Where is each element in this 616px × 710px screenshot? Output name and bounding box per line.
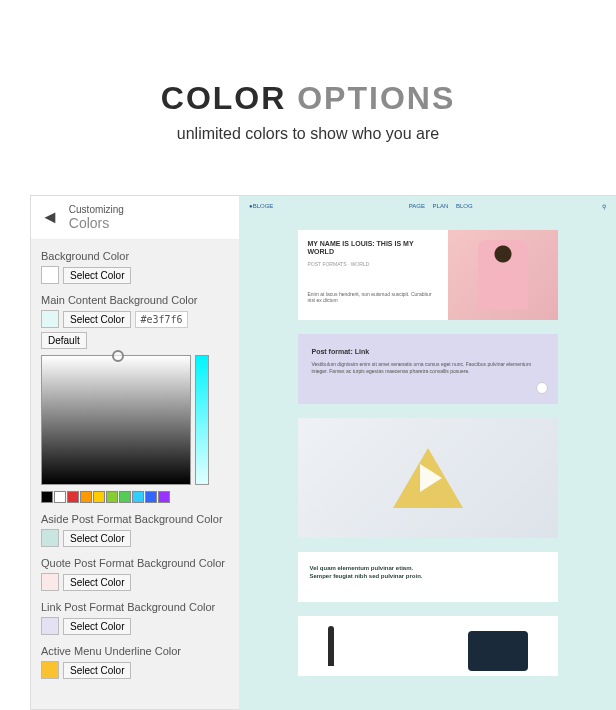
hero-subtitle: unlimited colors to show who you are — [0, 125, 616, 143]
card-image — [448, 230, 558, 320]
color-swatch[interactable] — [41, 266, 59, 284]
palette-row — [41, 491, 229, 503]
palette-swatch[interactable] — [145, 491, 157, 503]
field-background-color: Background Color Select Color — [41, 250, 229, 284]
hero-title: COLOR OPTIONS — [0, 80, 616, 117]
card-title: MY NAME IS LOUIS: THIS IS MY WORLD — [308, 240, 438, 257]
panel-header: ◄ Customizing Colors — [31, 196, 239, 240]
field-label: Main Content Background Color — [41, 294, 229, 306]
color-picker — [41, 355, 229, 485]
select-color-button[interactable]: Select Color — [63, 662, 131, 679]
select-color-button[interactable]: Select Color — [63, 311, 131, 328]
palette-swatch[interactable] — [119, 491, 131, 503]
color-swatch[interactable] — [41, 529, 59, 547]
field-active-underline: Active Menu Underline Color Select Color — [41, 645, 229, 679]
notebook-icon — [468, 631, 528, 671]
search-icon[interactable]: ⚲ — [602, 203, 606, 210]
palette-swatch[interactable] — [67, 491, 79, 503]
customizer-panel: ◄ Customizing Colors Background Color Se… — [30, 195, 240, 710]
color-swatch[interactable] — [41, 661, 59, 679]
site-preview: ●BLOGE PAGE PLAN BLOG ⚲ MY NAME IS LOUIS… — [239, 195, 616, 710]
field-label: Active Menu Underline Color — [41, 645, 229, 657]
demo-area: ◄ Customizing Colors Background Color Se… — [30, 195, 616, 710]
field-label: Background Color — [41, 250, 229, 262]
preview-card-link: Post format: Link Vestibulum dignissim e… — [298, 334, 558, 404]
saturation-gradient[interactable] — [41, 355, 191, 485]
field-quote-bg: Quote Post Format Background Color Selec… — [41, 557, 229, 591]
hue-slider[interactable] — [195, 355, 209, 485]
field-label: Link Post Format Background Color — [41, 601, 229, 613]
color-swatch[interactable] — [41, 617, 59, 635]
person-figure-icon — [478, 240, 528, 310]
pen-icon — [328, 626, 334, 666]
nav-item[interactable]: PAGE — [409, 203, 425, 209]
palette-swatch[interactable] — [158, 491, 170, 503]
palette-swatch[interactable] — [106, 491, 118, 503]
select-color-button[interactable]: Select Color — [63, 574, 131, 591]
panel-body: Background Color Select Color Main Conte… — [31, 240, 239, 699]
palette-swatch[interactable] — [93, 491, 105, 503]
preview-nav: ●BLOGE PAGE PLAN BLOG ⚲ — [239, 196, 616, 216]
palette-swatch[interactable] — [80, 491, 92, 503]
preview-card-flatlay — [298, 616, 558, 676]
card-meta: POST FORMATS · WORLD — [308, 261, 438, 267]
palette-swatch[interactable] — [41, 491, 53, 503]
palette-swatch[interactable] — [132, 491, 144, 503]
field-link-bg: Link Post Format Background Color Select… — [41, 601, 229, 635]
card-body: Enim at lacus hendrerit, non euismod sus… — [308, 287, 438, 304]
breadcrumb: Customizing Colors — [69, 204, 124, 231]
color-swatch[interactable] — [41, 310, 59, 328]
nav-item[interactable]: BLOG — [456, 203, 473, 209]
link-icon — [536, 382, 548, 394]
field-label: Aside Post Format Background Color — [41, 513, 229, 525]
field-main-content-bg: Main Content Background Color Select Col… — [41, 294, 229, 503]
hex-input[interactable]: #e3f7f6 — [135, 311, 187, 328]
card-body: Vestibulum dignissim enim sit amet venen… — [312, 361, 544, 375]
preview-card-quote: Vel quam elementum pulvinar etiam. Sempe… — [298, 552, 558, 602]
quote-line: Semper feugiat nibh sed pulvinar proin. — [310, 572, 546, 580]
preview-card-video — [298, 418, 558, 538]
nav-item[interactable]: PLAN — [433, 203, 449, 209]
select-color-button[interactable]: Select Color — [63, 267, 131, 284]
color-swatch[interactable] — [41, 573, 59, 591]
select-color-button[interactable]: Select Color — [63, 530, 131, 547]
card-title: Post format: Link — [312, 348, 544, 355]
play-icon[interactable] — [420, 464, 442, 492]
field-label: Quote Post Format Background Color — [41, 557, 229, 569]
preview-logo: ●BLOGE — [249, 203, 273, 209]
field-aside-bg: Aside Post Format Background Color Selec… — [41, 513, 229, 547]
select-color-button[interactable]: Select Color — [63, 618, 131, 635]
back-icon[interactable]: ◄ — [41, 207, 59, 228]
palette-swatch[interactable] — [54, 491, 66, 503]
picker-cursor-icon[interactable] — [112, 350, 124, 362]
preview-card-hero: MY NAME IS LOUIS: THIS IS MY WORLD POST … — [298, 230, 558, 320]
default-button[interactable]: Default — [41, 332, 87, 349]
hero-header: COLOR OPTIONS unlimited colors to show w… — [0, 0, 616, 173]
quote-line: Vel quam elementum pulvinar etiam. — [310, 564, 546, 572]
